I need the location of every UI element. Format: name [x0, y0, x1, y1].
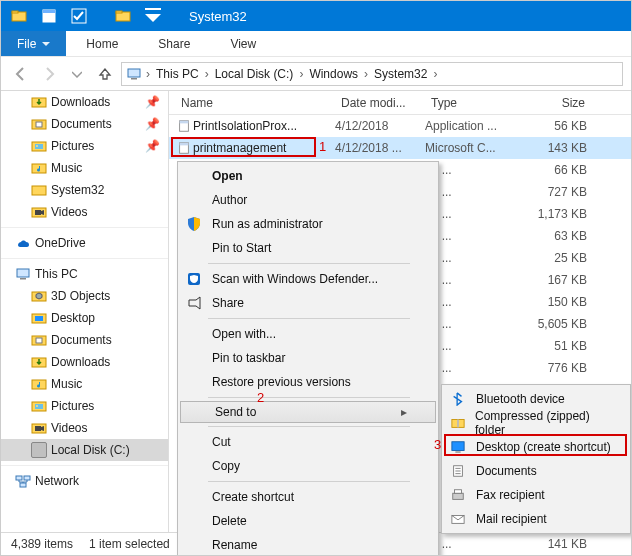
svg-rect-8 [131, 78, 137, 80]
file-list[interactable]: Name Date modi... Type Size PrintIsolati… [169, 91, 631, 532]
ctx-delete[interactable]: Delete [178, 509, 438, 533]
file-row[interactable]: PrintIsolationProx...4/12/2018Applicatio… [169, 115, 631, 137]
col-date[interactable]: Date modi... [335, 91, 425, 114]
svg-rect-32 [35, 426, 41, 431]
status-count: 4,389 items [11, 537, 73, 551]
svg-rect-82 [453, 493, 464, 499]
tree-item-videos[interactable]: Videos [1, 417, 168, 439]
tree-item-3d-objects[interactable]: 3D Objects [1, 285, 168, 307]
qat-properties-icon[interactable] [37, 8, 61, 24]
sendto-mail[interactable]: Mail recipient [442, 507, 630, 531]
desktop-icon [448, 440, 468, 454]
chevron-right-icon: ▸ [401, 405, 407, 419]
tree-item-videos[interactable]: Videos [1, 201, 168, 223]
ctx-rename[interactable]: Rename [178, 533, 438, 556]
col-type[interactable]: Type [425, 91, 523, 114]
ctx-copy[interactable]: Copy [178, 454, 438, 478]
svg-rect-23 [35, 316, 43, 321]
chevron-right-icon[interactable]: › [297, 67, 305, 81]
back-button[interactable] [9, 62, 33, 86]
chevron-right-icon[interactable]: › [362, 67, 370, 81]
sendto-desktop[interactable]: Desktop (create shortcut) [442, 435, 630, 459]
chevron-right-icon[interactable]: › [203, 67, 211, 81]
crumb-drive[interactable]: Local Disk (C:) [213, 65, 296, 83]
dropdown-icon[interactable] [141, 8, 165, 24]
mail-icon [448, 512, 468, 526]
svg-rect-80 [455, 451, 460, 452]
pc-icon [126, 66, 142, 82]
svg-rect-83 [455, 490, 462, 494]
documents-icon [448, 464, 468, 478]
file-row[interactable]: printmanagement4/12/2018 ...Microsoft C.… [169, 137, 631, 159]
sendto-bluetooth[interactable]: Bluetooth device [442, 387, 630, 411]
folder-title-icon [111, 8, 135, 24]
forward-button[interactable] [37, 62, 61, 86]
window-title: System32 [189, 9, 247, 24]
tree-item-music[interactable]: Music [1, 157, 168, 179]
ctx-open[interactable]: Open [178, 164, 438, 188]
svg-rect-33 [16, 476, 22, 480]
tree-network[interactable]: Network [1, 470, 168, 492]
tree-item-downloads[interactable]: Downloads📌 [1, 91, 168, 113]
pc-icon [15, 266, 31, 282]
quick-access-toolbar [1, 8, 185, 24]
tree-item-pictures[interactable]: Pictures📌 [1, 135, 168, 157]
sendto-fax[interactable]: Fax recipient [442, 483, 630, 507]
tree-thispc[interactable]: This PC [1, 263, 168, 285]
folder-app-icon [7, 8, 31, 24]
svg-rect-16 [32, 186, 46, 195]
crumb-system32[interactable]: System32 [372, 65, 429, 83]
defender-icon [184, 271, 204, 287]
tree-item-downloads[interactable]: Downloads [1, 351, 168, 373]
file-icon [175, 141, 193, 155]
tree-item-documents[interactable]: Documents [1, 329, 168, 351]
column-headers[interactable]: Name Date modi... Type Size [169, 91, 631, 115]
status-selected: 1 item selected [89, 537, 170, 551]
up-button[interactable] [93, 62, 117, 86]
crumb-thispc[interactable]: This PC [154, 65, 201, 83]
nav-tree[interactable]: Downloads📌Documents📌Pictures📌MusicSystem… [1, 91, 169, 532]
ctx-run-admin[interactable]: Run as administrator [178, 212, 438, 236]
chevron-right-icon[interactable]: › [431, 67, 439, 81]
breadcrumb[interactable]: › This PC › Local Disk (C:) › Windows › … [121, 62, 623, 86]
sendto-submenu[interactable]: Bluetooth device Compressed (zipped) fol… [441, 384, 631, 534]
svg-rect-3 [43, 10, 55, 13]
view-tab[interactable]: View [210, 31, 276, 56]
history-dropdown[interactable] [65, 62, 89, 86]
ctx-pin-taskbar[interactable]: Pin to taskbar [178, 346, 438, 370]
svg-rect-34 [24, 476, 30, 480]
tree-item-pictures[interactable]: Pictures [1, 395, 168, 417]
home-tab[interactable]: Home [66, 31, 138, 56]
sendto-zip[interactable]: Compressed (zipped) folder [442, 411, 630, 435]
col-name[interactable]: Name [175, 91, 335, 114]
ctx-cut[interactable]: Cut [178, 430, 438, 454]
tree-local-disk[interactable]: Local Disk (C:) [1, 439, 168, 461]
context-menu[interactable]: Open Author Run as administrator Pin to … [177, 161, 439, 556]
tree-onedrive[interactable]: OneDrive [1, 232, 168, 254]
ctx-open-with[interactable]: Open with... [178, 322, 438, 346]
ctx-scan-defender[interactable]: Scan with Windows Defender... [178, 267, 438, 291]
tree-item-music[interactable]: Music [1, 373, 168, 395]
svg-rect-37 [180, 121, 189, 124]
file-tab[interactable]: File [1, 31, 66, 56]
svg-rect-6 [116, 11, 122, 13]
crumb-windows[interactable]: Windows [307, 65, 360, 83]
tree-item-documents[interactable]: Documents📌 [1, 113, 168, 135]
ctx-share[interactable]: Share [178, 291, 438, 315]
sendto-documents[interactable]: Documents [442, 459, 630, 483]
col-size[interactable]: Size [523, 91, 591, 114]
chevron-right-icon[interactable]: › [144, 67, 152, 81]
ctx-author[interactable]: Author [178, 188, 438, 212]
ctx-create-shortcut[interactable]: Create shortcut [178, 485, 438, 509]
ribbon-menubar: File Home Share View [1, 31, 631, 57]
ctx-restore-versions[interactable]: Restore previous versions [178, 370, 438, 394]
ctx-pin-start[interactable]: Pin to Start [178, 236, 438, 260]
qat-checkbox-icon[interactable] [67, 8, 91, 24]
share-tab[interactable]: Share [138, 31, 210, 56]
tree-item-desktop[interactable]: Desktop [1, 307, 168, 329]
ctx-send-to[interactable]: Send to▸ [180, 401, 436, 423]
svg-rect-7 [128, 69, 140, 77]
tree-item-system32[interactable]: System32 [1, 179, 168, 201]
svg-rect-19 [17, 269, 29, 277]
pin-icon: 📌 [145, 95, 160, 109]
